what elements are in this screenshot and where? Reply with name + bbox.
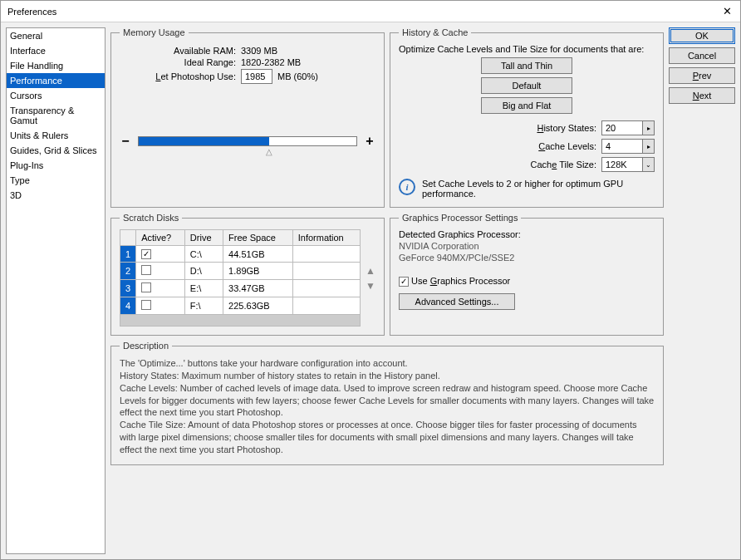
detected-gpu-label: Detected Graphics Processor: (399, 229, 655, 239)
cache-tile-dropdown-icon[interactable]: ⌄ (643, 157, 655, 172)
preferences-window: Preferences ✕ GeneralInterfaceFile Handl… (0, 0, 741, 560)
ideal-range-label: Ideal Range: (120, 57, 236, 67)
scratch-legend: Scratch Disks (120, 213, 182, 223)
row-free: 1.89GB (223, 263, 293, 280)
row-free: 33.47GB (223, 280, 293, 297)
use-gpu-label: Use Graphics Processor (411, 276, 510, 286)
cache-tile-select[interactable]: 128K (601, 157, 643, 172)
sidebar-item-interface[interactable]: Interface (7, 43, 105, 58)
sidebar-item-type[interactable]: Type (7, 173, 105, 188)
col-active: Active? (136, 230, 185, 246)
cache-levels-input[interactable]: 4 (601, 139, 643, 154)
titlebar: Preferences ✕ (1, 1, 740, 22)
optimize-text: Optimize Cache Levels and Tile Size for … (399, 44, 655, 54)
description-group: Description The 'Optimize...' buttons ta… (110, 341, 664, 465)
slider-plus-button[interactable]: + (364, 134, 375, 149)
row-active-cell[interactable] (136, 297, 185, 315)
cache-levels-stepper[interactable]: ▸ (643, 139, 655, 154)
scratch-tbody: 1✓C:\44.51GB2D:\1.89GB3E:\33.47GB4F:\225… (120, 246, 361, 327)
memory-usage-group: Memory Usage Available RAM: 3309 MB Idea… (110, 27, 385, 208)
memory-input[interactable]: 1985 (241, 69, 272, 84)
slider-minus-button[interactable]: − (120, 134, 131, 149)
row-info (292, 246, 360, 263)
active-checkbox[interactable] (141, 282, 151, 292)
active-checkbox[interactable] (141, 265, 151, 275)
dialog-buttons: OK Cancel Prev Next (669, 27, 735, 208)
prev-button[interactable]: Prev (669, 67, 735, 84)
description-legend: Description (120, 341, 172, 351)
sidebar: GeneralInterfaceFile HandlingPerformance… (6, 27, 106, 554)
desc-line-2: History States: Maximum number of histor… (120, 370, 655, 382)
table-row[interactable]: 1✓C:\44.51GB (120, 246, 361, 263)
let-use-label: Let Photoshop Use: (155, 71, 236, 81)
row-number: 4 (120, 297, 136, 315)
history-states-label: History States: (537, 123, 596, 133)
col-free: Free Space (223, 230, 293, 246)
history-cache-group: History & Cache Optimize Cache Levels an… (390, 27, 664, 208)
row-free: 225.63GB (223, 297, 293, 315)
sidebar-item-general[interactable]: General (7, 28, 105, 43)
cache-tile-label: Cache Tile Size: (531, 160, 597, 169)
row-drive: D:\ (184, 263, 223, 280)
sidebar-item-file-handling[interactable]: File Handling (7, 58, 105, 73)
gpu-vendor: NVIDIA Corporation (399, 241, 655, 251)
sidebar-item-cursors[interactable]: Cursors (7, 88, 105, 103)
sidebar-item-performance[interactable]: Performance (7, 73, 105, 88)
advanced-settings-button[interactable]: Advanced Settings... (399, 293, 515, 310)
history-states-input[interactable]: 20 (601, 120, 643, 135)
row-drive: E:\ (184, 280, 223, 297)
row-number: 3 (120, 280, 136, 297)
row-active-cell[interactable] (136, 263, 185, 280)
table-row[interactable]: 3E:\33.47GB (120, 280, 361, 297)
desc-line-4: Cache Tile Size: Amount of data Photosho… (120, 419, 655, 456)
move-down-button[interactable]: ▼ (366, 280, 375, 292)
sidebar-item-3d[interactable]: 3D (7, 188, 105, 203)
next-button[interactable]: Next (669, 87, 735, 104)
gpu-settings-group: Graphics Processor Settings Detected Gra… (390, 213, 664, 336)
scratch-disks-group: Scratch Disks Active? Drive Free Space I… (110, 213, 385, 336)
sidebar-item-units-rulers[interactable]: Units & Rulers (7, 128, 105, 143)
memory-suffix: MB (60%) (277, 71, 318, 81)
table-row[interactable]: 2D:\1.89GB (120, 263, 361, 280)
memory-legend: Memory Usage (120, 27, 189, 37)
row-number: 1 (120, 246, 136, 263)
use-gpu-checkbox[interactable]: ✓ (399, 277, 409, 287)
row-info (292, 263, 360, 280)
active-checkbox[interactable] (141, 300, 151, 310)
col-drive: Drive (184, 230, 223, 246)
active-checkbox[interactable]: ✓ (141, 249, 151, 259)
ok-button[interactable]: OK (669, 27, 735, 44)
memory-slider[interactable]: △ (138, 136, 357, 146)
sidebar-item-transparency-gamut[interactable]: Transparency & Gamut (7, 103, 105, 128)
available-ram-value: 3309 MB (241, 46, 277, 56)
cache-levels-label: Cache Levels: (538, 141, 596, 151)
row-active-cell[interactable] (136, 280, 185, 297)
window-title: Preferences (7, 7, 720, 17)
desc-line-1: The 'Optimize...' buttons take your hard… (120, 357, 655, 370)
tall-thin-button[interactable]: Tall and Thin (481, 57, 572, 74)
big-flat-button[interactable]: Big and Flat (481, 97, 572, 114)
row-drive: C:\ (184, 246, 223, 263)
row-free: 44.51GB (223, 246, 293, 263)
row-active-cell[interactable]: ✓ (136, 246, 185, 263)
sidebar-item-guides-grid-slices[interactable]: Guides, Grid & Slices (7, 143, 105, 158)
scratch-disks-table: Active? Drive Free Space Information 1✓C… (120, 229, 361, 327)
table-row[interactable]: 4F:\225.63GB (120, 297, 361, 315)
ideal-range-value: 1820-2382 MB (241, 57, 301, 67)
info-icon: i (399, 179, 415, 195)
col-info: Information (292, 230, 360, 246)
default-button[interactable]: Default (481, 77, 572, 94)
sidebar-item-plug-ins[interactable]: Plug-Ins (7, 158, 105, 173)
move-up-button[interactable]: ▲ (366, 265, 375, 277)
available-ram-label: Available RAM: (120, 46, 236, 56)
gpu-model: GeForce 940MX/PCIe/SSE2 (399, 253, 655, 263)
row-info (292, 280, 360, 297)
slider-fill (139, 137, 269, 145)
cancel-button[interactable]: Cancel (669, 47, 735, 64)
desc-line-3: Cache Levels: Number of cached levels of… (120, 382, 655, 420)
slider-thumb-icon[interactable]: △ (266, 147, 272, 156)
gpu-legend: Graphics Processor Settings (399, 213, 521, 223)
close-icon[interactable]: ✕ (720, 5, 734, 18)
row-info (292, 297, 360, 315)
history-states-stepper[interactable]: ▸ (643, 120, 655, 135)
